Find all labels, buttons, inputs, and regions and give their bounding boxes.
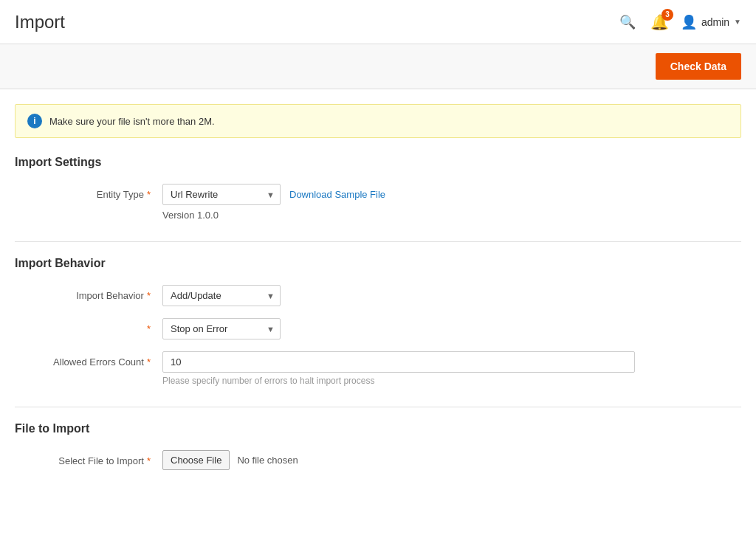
on-error-field: Stop on Error Skip Error Entries ▼ [162,318,741,339]
notification-button[interactable]: 🔔 3 [650,13,669,31]
allowed-errors-row: Allowed Errors Count* Please specify num… [15,351,741,386]
allowed-errors-helper: Please specify number of errors to halt … [162,376,741,386]
no-file-chosen-text: No file chosen [237,455,298,466]
allowed-errors-label: Allowed Errors Count* [15,351,162,368]
allowed-errors-input[interactable] [162,351,635,373]
on-error-select[interactable]: Stop on Error Skip Error Entries [162,318,281,339]
version-text: Version 1.0.0 [162,210,741,221]
choose-file-button[interactable]: Choose File [162,450,230,470]
toolbar: Check Data [0,44,756,89]
app-header: Import 🔍 🔔 3 👤 admin ▼ [0,0,756,44]
required-star-errors: * [147,356,151,368]
allowed-errors-field: Please specify number of errors to halt … [162,351,741,386]
select-file-label: Select File to Import* [15,450,162,466]
entity-type-field: Url Rewrite Products Customers Categorie… [162,184,741,221]
entity-type-row: Entity Type* Url Rewrite Products Custom… [15,184,741,221]
behavior-select-wrapper: Add/Update Replace Delete ▼ [162,285,281,306]
entity-type-select-wrapper: Url Rewrite Products Customers Categorie… [162,184,281,205]
required-star-behavior: * [147,290,151,301]
entity-type-label: Entity Type* [15,184,162,200]
on-error-select-wrapper: Stop on Error Skip Error Entries ▼ [162,318,281,339]
user-name: admin [701,16,729,28]
info-message: Make sure your file isn't more than 2M. [49,116,215,127]
required-star-file: * [147,455,151,466]
main-content: i Make sure your file isn't more than 2M… [0,89,756,538]
on-error-row: * Stop on Error Skip Error Entries ▼ [15,318,741,339]
import-behavior-heading: Import Behavior [15,257,741,270]
select-file-field: Choose File No file chosen [162,450,741,470]
file-to-import-section: File to Import Select File to Import* Ch… [15,422,741,470]
behavior-select[interactable]: Add/Update Replace Delete [162,285,281,306]
page-title: Import [15,12,65,32]
import-settings-heading: Import Settings [15,156,741,169]
section-divider-2 [15,407,741,407]
import-behavior-section: Import Behavior Import Behavior* Add/Upd… [15,257,741,386]
behavior-field: Add/Update Replace Delete ▼ [162,285,741,306]
user-avatar-icon: 👤 [681,14,697,30]
file-input-wrapper: Choose File No file chosen [162,450,741,470]
info-icon: i [27,114,42,128]
chevron-down-icon: ▼ [734,18,741,26]
notification-badge: 3 [662,9,673,21]
check-data-button[interactable]: Check Data [656,53,741,80]
behavior-row: Import Behavior* Add/Update Replace Dele… [15,285,741,306]
download-sample-link[interactable]: Download Sample File [289,189,385,200]
required-star: * [147,189,151,200]
behavior-label: Import Behavior* [15,285,162,301]
entity-type-select[interactable]: Url Rewrite Products Customers Categorie… [162,184,281,205]
required-star-error: * [147,323,151,334]
select-file-row: Select File to Import* Choose File No fi… [15,450,741,470]
search-button[interactable]: 🔍 [616,11,639,33]
section-divider [15,241,741,242]
search-icon: 🔍 [619,15,636,30]
on-error-label: * [15,318,162,334]
import-settings-section: Import Settings Entity Type* Url Rewrite… [15,156,741,221]
info-notice: i Make sure your file isn't more than 2M… [15,104,741,138]
user-menu[interactable]: 👤 admin ▼ [681,14,741,30]
file-to-import-heading: File to Import [15,422,741,435]
header-actions: 🔍 🔔 3 👤 admin ▼ [616,11,741,33]
